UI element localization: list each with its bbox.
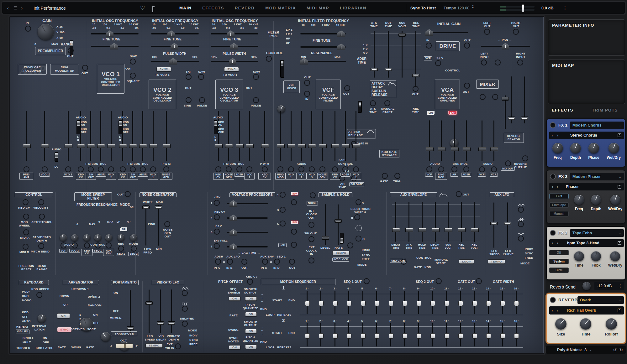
patch-jack[interactable]	[320, 167, 325, 172]
midia-jack[interactable]	[24, 230, 29, 235]
step-slider[interactable]	[516, 323, 517, 346]
step-slider[interactable]	[460, 291, 461, 314]
fx2-mode-envelope[interactable]: Envelope	[549, 202, 569, 208]
mixer-out-left-jack[interactable]	[480, 95, 485, 99]
seq2-smooth-on[interactable]: ON	[245, 329, 257, 333]
step-slider[interactable]	[320, 323, 321, 346]
kbd-switch[interactable]	[214, 120, 218, 134]
vco2-sine-jack[interactable]	[186, 98, 191, 102]
vco3-pulse-jack[interactable]	[254, 98, 258, 102]
mixer-out-right-jack[interactable]	[493, 95, 498, 99]
atk-time-slider[interactable]	[374, 31, 375, 78]
vp-jack-3[interactable]	[280, 207, 285, 212]
at-vibrato-knob[interactable]	[38, 315, 46, 323]
seq2-out-jack[interactable]	[436, 279, 441, 283]
pan-slider[interactable]	[481, 46, 530, 47]
patch-jack[interactable]	[506, 161, 510, 166]
vca-lin-button[interactable]: LIN	[427, 111, 435, 115]
auxenv-slider[interactable]	[408, 202, 409, 242]
vp-lag-out[interactable]	[292, 242, 296, 247]
patch-slider[interactable]	[90, 111, 91, 161]
vco2-finetune-slider[interactable]	[151, 46, 199, 47]
patch-slider[interactable]	[239, 111, 240, 161]
patch-jack[interactable]	[88, 167, 93, 172]
msf-bp-button[interactable]: BP	[120, 227, 127, 231]
tab-effects[interactable]: EFFECTS	[552, 108, 573, 112]
fx2-knob[interactable]	[574, 195, 584, 205]
auxenv-slider[interactable]	[461, 202, 462, 242]
patch-jack[interactable]	[309, 167, 314, 172]
sh-in-jack[interactable]	[310, 193, 315, 198]
patch-jack[interactable]	[464, 167, 469, 172]
filter-finetune-slider[interactable]	[300, 46, 346, 48]
pitchbend-jack[interactable]	[39, 244, 44, 248]
fx1-knob[interactable]	[609, 143, 619, 153]
preset-browser-icon[interactable]: ☰	[13, 2, 17, 14]
patch-slider[interactable]	[291, 111, 292, 161]
fx2-preset-row[interactable]: ‹›Phaser	[549, 183, 624, 190]
sh-shout-jack[interactable]	[309, 237, 314, 242]
vp-inc-jack[interactable]	[263, 259, 267, 264]
vp-out-1[interactable]	[292, 200, 296, 205]
vp-inv-2[interactable]: INV	[291, 221, 298, 224]
auxenv-slider[interactable]	[422, 202, 423, 242]
tab-effects[interactable]: EFFECTS	[202, 2, 224, 14]
save-icon[interactable]	[152, 6, 153, 12]
sh-c-jack[interactable]	[356, 236, 361, 241]
patch-jack[interactable]	[354, 167, 358, 172]
viblfo-delayed-jack[interactable]	[182, 321, 187, 326]
fx3-power-icon[interactable]	[550, 230, 556, 236]
left-out-jack[interactable]	[485, 29, 489, 34]
velocity-jack[interactable]	[39, 200, 44, 205]
tab-trim-pots[interactable]: TRIM POTS	[592, 108, 618, 112]
patch-slider[interactable]	[26, 111, 27, 161]
step-slider[interactable]	[362, 323, 363, 346]
tab-main[interactable]: MAIN	[179, 2, 192, 14]
patch-slider[interactable]	[132, 111, 133, 161]
adsr-atk-jack[interactable]	[371, 101, 375, 106]
noise-color-slider[interactable]	[145, 205, 146, 246]
trig-jack[interactable]	[395, 174, 400, 178]
sh-tempo-button[interactable]: TEMPO	[332, 251, 350, 255]
patch-slider[interactable]	[454, 120, 455, 161]
reverb-preset-row[interactable]: ‹›Rich Hall Overb	[549, 306, 624, 315]
auxenv-slider[interactable]	[448, 202, 449, 242]
viblfo-speed-slider[interactable]	[149, 289, 150, 333]
viblfo-extvib-jack[interactable]	[176, 344, 180, 349]
audio-dc-switch[interactable]	[55, 152, 58, 162]
msf-out-jack[interactable]	[125, 192, 130, 196]
patch-jack[interactable]	[66, 167, 71, 172]
patch-jack[interactable]	[78, 167, 83, 172]
vco2-sync-button[interactable]: SYNC	[156, 67, 171, 71]
patch-jack[interactable]	[278, 167, 283, 172]
tab-mod-matrix[interactable]: MOD MATRIX	[265, 2, 296, 14]
msf-knob[interactable]	[105, 234, 112, 241]
fx2-save-icon[interactable]	[618, 185, 621, 189]
patch-jack[interactable]	[42, 167, 47, 172]
modwheel-jack[interactable]	[24, 214, 29, 219]
viblfo-delay-slider[interactable]	[160, 289, 161, 333]
seq1-smooth-on[interactable]: ON	[245, 296, 257, 301]
vp-ina-jack[interactable]	[216, 259, 220, 264]
step-slider[interactable]	[348, 291, 349, 314]
vp-out-5[interactable]	[292, 229, 296, 234]
msf-jack[interactable]	[119, 246, 124, 251]
patch-jack[interactable]	[140, 167, 145, 172]
sh-extclock-jack[interactable]	[309, 258, 314, 263]
next-preset-icon[interactable]: ›	[21, 2, 23, 14]
step-slider[interactable]	[376, 323, 377, 346]
right-out-jack[interactable]	[514, 29, 518, 34]
patch-jack[interactable]	[24, 167, 29, 172]
reverb-save-icon[interactable]	[618, 309, 621, 312]
vp-inv-1[interactable]: INV	[291, 192, 298, 195]
patch-jack[interactable]	[333, 167, 337, 172]
sh-rate-slider[interactable]	[338, 204, 339, 245]
fx2-knob[interactable]	[591, 195, 601, 205]
fx3-mode-off[interactable]: Off	[549, 250, 569, 255]
step-slider[interactable]	[390, 291, 391, 314]
fx1-knob[interactable]	[570, 143, 581, 153]
gain-in-jack[interactable]	[26, 26, 30, 31]
fx1-save-icon[interactable]	[618, 133, 621, 137]
mixer-right-slider[interactable]	[524, 76, 525, 123]
patch-slider[interactable]	[166, 111, 167, 161]
